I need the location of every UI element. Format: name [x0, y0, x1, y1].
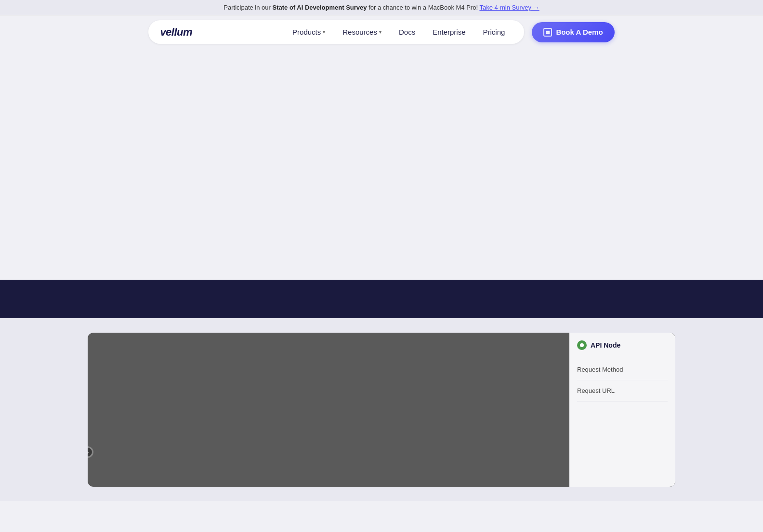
api-node-header: API Node	[577, 340, 668, 357]
hero-section	[0, 49, 763, 280]
api-node-panel: API Node Request Method Request URL	[569, 333, 675, 487]
connector-circle	[88, 446, 93, 458]
resources-chevron-icon: ▾	[379, 29, 382, 35]
products-chevron-icon: ▾	[323, 29, 325, 35]
announcement-suffix: for a chance to win a MacBook M4 Pro!	[368, 4, 478, 11]
nav-links: Products ▾ Resources ▾ Docs Enterprise P…	[285, 24, 513, 40]
announcement-prefix: Participate in our	[224, 4, 272, 11]
nav-item-pricing[interactable]: Pricing	[475, 24, 513, 40]
api-node-title: API Node	[591, 341, 620, 349]
survey-link[interactable]: Take 4-min Survey →	[479, 4, 539, 11]
nav-container: vellum Products ▾ Resources ▾ Docs Enter…	[148, 20, 524, 44]
nav-wrapper: vellum Products ▾ Resources ▾ Docs Enter…	[0, 15, 763, 49]
nav-item-enterprise[interactable]: Enterprise	[425, 24, 473, 40]
calendar-icon: ▦	[543, 28, 552, 37]
api-node-request-method: Request Method	[577, 359, 668, 380]
nav-item-resources[interactable]: Resources ▾	[335, 24, 389, 40]
book-demo-button[interactable]: ▦ Book A Demo	[532, 22, 614, 42]
announcement-bar: Participate in our State of AI Developme…	[0, 0, 763, 15]
announcement-bold: State of AI Development Survey	[272, 4, 367, 11]
card-container: API Node Request Method Request URL	[88, 333, 675, 487]
api-node-request-url: Request URL	[577, 380, 668, 402]
logo[interactable]: vellum	[160, 26, 192, 39]
nav-item-products[interactable]: Products ▾	[285, 24, 333, 40]
nav-item-docs[interactable]: Docs	[391, 24, 423, 40]
dark-divider	[0, 280, 763, 318]
api-node-status-dot	[577, 340, 587, 350]
bottom-section: API Node Request Method Request URL	[0, 318, 763, 501]
